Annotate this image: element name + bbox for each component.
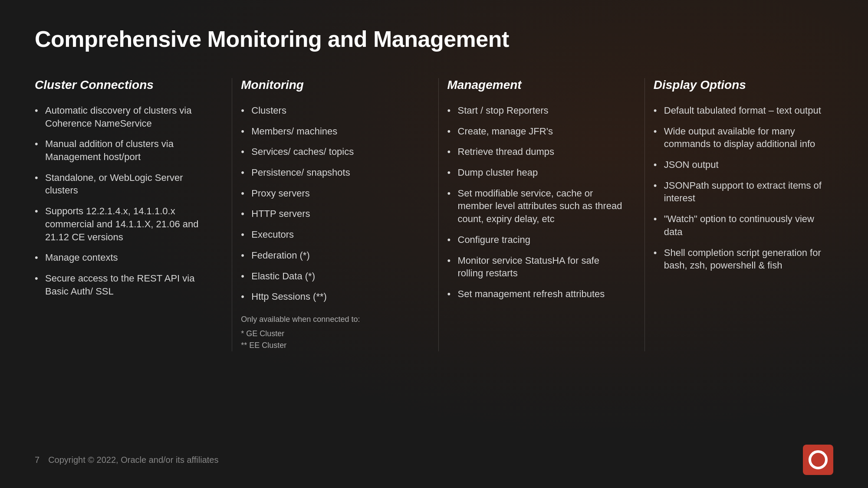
list-item: Secure access to the REST API via Basic …	[35, 272, 214, 298]
list-item: Members/ machines	[241, 125, 421, 138]
list-item: Services/ caches/ topics	[241, 145, 421, 158]
column-monitoring: Monitoring Clusters Members/ machines Se…	[232, 78, 438, 351]
list-item: Set management refresh attributes	[447, 288, 627, 301]
list-item: Manual addition of clusters via Manageme…	[35, 138, 214, 163]
column-header-cluster-connections: Cluster Connections	[35, 78, 214, 92]
list-item: Configure tracing	[447, 233, 627, 246]
list-item: Set modifiable service, cache or member …	[447, 187, 627, 226]
list-item: Proxy servers	[241, 187, 421, 200]
column-display-options: Display Options Default tabulated format…	[645, 78, 833, 351]
footer-left: 7 Copyright © 2022, Oracle and/or its af…	[35, 455, 218, 465]
list-item: Manage contexts	[35, 251, 214, 264]
slide: Comprehensive Monitoring and Management …	[0, 0, 868, 488]
column-header-management: Management	[447, 78, 627, 92]
list-item: Retrieve thread dumps	[447, 145, 627, 158]
column-cluster-connections: Cluster Connections Automatic discovery …	[35, 78, 232, 351]
list-item: Dump cluster heap	[447, 166, 627, 179]
list-item: Elastic Data (*)	[241, 270, 421, 283]
list-item: Persistence/ snapshots	[241, 166, 421, 179]
column-header-display-options: Display Options	[654, 78, 833, 92]
list-item: Wide output available for many commands …	[654, 125, 833, 151]
column-header-monitoring: Monitoring	[241, 78, 421, 92]
list-item: Http Sessions (**)	[241, 290, 421, 303]
footnote-title: Only available when connected to:	[241, 314, 421, 325]
list-item: Standalone, or WebLogic Server clusters	[35, 171, 214, 197]
list-item: Federation (*)	[241, 249, 421, 262]
list-item: JSONPath support to extract items of int…	[654, 179, 833, 205]
monitoring-list: Clusters Members/ machines Services/ cac…	[241, 104, 421, 303]
slide-title: Comprehensive Monitoring and Management	[35, 26, 833, 52]
oracle-logo-inner	[809, 450, 828, 469]
list-item: Executors	[241, 228, 421, 241]
footnote-ee: ** EE Cluster	[241, 340, 421, 351]
page-number: 7	[35, 455, 39, 465]
list-item: Shell completion script generation for b…	[654, 246, 833, 272]
list-item: JSON output	[654, 158, 833, 171]
list-item: Supports 12.2.1.4.x, 14.1.1.0.x commerci…	[35, 205, 214, 243]
list-item: HTTP servers	[241, 207, 421, 220]
list-item: "Watch" option to continuously view data	[654, 213, 833, 238]
content-area: Cluster Connections Automatic discovery …	[35, 78, 833, 351]
cluster-connections-list: Automatic discovery of clusters via Cohe…	[35, 104, 214, 298]
display-options-list: Default tabulated format – text output W…	[654, 104, 833, 272]
oracle-logo	[803, 445, 833, 475]
management-list: Start / stop Reporters Create, manage JF…	[447, 104, 627, 301]
list-item: Clusters	[241, 104, 421, 117]
column-management: Management Start / stop Reporters Create…	[439, 78, 645, 351]
list-item: Create, manage JFR's	[447, 125, 627, 138]
list-item: Start / stop Reporters	[447, 104, 627, 117]
footnote-ge: * GE Cluster	[241, 328, 421, 340]
list-item: Default tabulated format – text output	[654, 104, 833, 117]
monitoring-footnotes: Only available when connected to: * GE C…	[241, 314, 421, 351]
copyright-text: Copyright © 2022, Oracle and/or its affi…	[48, 455, 218, 465]
list-item: Monitor service StatusHA for safe rollin…	[447, 254, 627, 280]
list-item: Automatic discovery of clusters via Cohe…	[35, 104, 214, 130]
footer: 7 Copyright © 2022, Oracle and/or its af…	[35, 445, 833, 475]
